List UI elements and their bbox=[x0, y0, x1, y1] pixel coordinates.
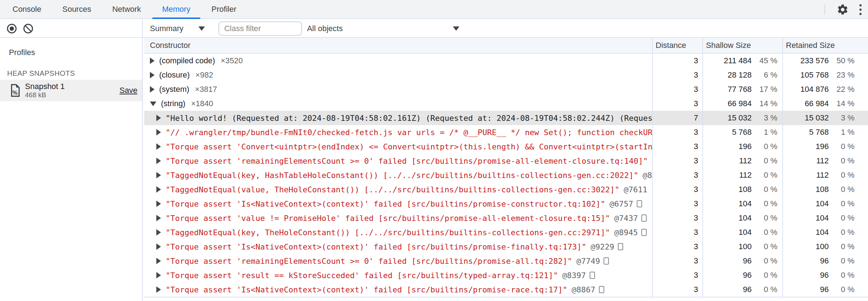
shallow-size-percent: 0 % bbox=[752, 242, 777, 251]
shallow-size-cell: 28 128 6 % bbox=[702, 68, 782, 82]
string-value: "Hello world! (Requested at: 2024-08-19T… bbox=[166, 114, 652, 123]
object-scope-select[interactable]: All objects bbox=[307, 20, 466, 37]
object-id: @7749 bbox=[576, 257, 600, 266]
retained-size-cell: 105 768 23 % bbox=[782, 68, 868, 82]
disclosure-triangle-icon[interactable] bbox=[156, 258, 161, 264]
table-row[interactable]: (system) ×3817 3 77 768 17 % 104 876 22 … bbox=[144, 82, 868, 97]
disclosure-triangle-icon[interactable] bbox=[150, 102, 156, 106]
distance-cell: 3 bbox=[652, 54, 702, 68]
sidebar-item-snapshot-1[interactable]: % Snapshot 1 468 kB Save bbox=[0, 80, 142, 101]
constructor-cell: "Torque assert 'Is<NativeContext>(contex… bbox=[144, 282, 652, 297]
record-heap-snapshot-icon[interactable] bbox=[6, 23, 17, 34]
shallow-size-value: 104 bbox=[703, 199, 752, 208]
string-value: "// .wrangler/tmp/bundle-FmNIt0/checked-… bbox=[166, 128, 652, 137]
table-row[interactable]: (closure) ×982 3 28 128 6 % 105 768 23 % bbox=[144, 68, 868, 82]
retained-size-value: 96 bbox=[783, 285, 829, 294]
class-filter-input[interactable] bbox=[218, 21, 302, 36]
tab-network[interactable]: Network bbox=[102, 0, 151, 18]
tab-profiler[interactable]: Profiler bbox=[202, 0, 246, 18]
shallow-size-cell: 5 768 1 % bbox=[702, 125, 782, 139]
column-header-shallow-size[interactable]: Shallow Size bbox=[702, 38, 782, 53]
constructor-cell: "Torque assert 'Convert<uintptr>(endInde… bbox=[144, 139, 652, 154]
shallow-size-value: 104 bbox=[703, 228, 752, 237]
tab-memory[interactable]: Memory bbox=[152, 0, 200, 18]
instance-count: ×982 bbox=[196, 70, 213, 80]
disclosure-triangle-icon[interactable] bbox=[156, 186, 161, 193]
retained-size-value: 108 bbox=[783, 185, 829, 194]
disclosure-triangle-icon[interactable] bbox=[156, 243, 161, 250]
retained-size-value: 112 bbox=[783, 156, 829, 166]
shallow-size-percent: 3 % bbox=[752, 113, 777, 123]
distance-cell: 3 bbox=[652, 125, 702, 139]
constructor-cell: "TaggedNotEqual(value, TheHoleConstant()… bbox=[144, 182, 652, 197]
retained-size-cell: 104 0 % bbox=[782, 225, 868, 240]
reveal-object-icon[interactable] bbox=[599, 286, 604, 293]
disclosure-triangle-icon[interactable] bbox=[150, 58, 155, 64]
retained-size-cell: 104 0 % bbox=[782, 211, 868, 225]
disclosure-triangle-icon[interactable] bbox=[150, 86, 155, 93]
tab-console[interactable]: Console bbox=[3, 0, 51, 18]
table-row[interactable]: "Hello world! (Requested at: 2024-08-19T… bbox=[144, 111, 868, 125]
retained-size-cell: 233 576 50 % bbox=[782, 54, 868, 68]
table-row[interactable]: "Torque assert 'Is<NativeContext>(contex… bbox=[144, 240, 868, 254]
table-row[interactable]: "TaggedNotEqual(value, TheHoleConstant()… bbox=[144, 182, 868, 197]
table-row[interactable]: (compiled code) ×3520 3 211 484 45 % 233… bbox=[144, 54, 868, 68]
disclosure-triangle-icon[interactable] bbox=[156, 272, 161, 278]
retained-size-value: 104 876 bbox=[783, 85, 829, 94]
object-id: @8397 bbox=[562, 271, 586, 280]
constructor-name: (closure) bbox=[159, 70, 190, 80]
chevron-down-icon bbox=[198, 26, 205, 31]
save-snapshot-link[interactable]: Save bbox=[120, 86, 137, 95]
disclosure-triangle-icon[interactable] bbox=[156, 286, 161, 293]
disclosure-triangle-icon[interactable] bbox=[156, 143, 161, 150]
reveal-object-icon[interactable] bbox=[604, 257, 609, 265]
distance-cell: 3 bbox=[652, 97, 702, 111]
retained-size-percent: 0 % bbox=[829, 228, 854, 237]
table-row[interactable]: "Torque assert 'remainingElementsCount >… bbox=[144, 154, 868, 168]
table-row[interactable]: "// .wrangler/tmp/bundle-FmNIt0/checked-… bbox=[144, 125, 868, 139]
column-header-constructor[interactable]: Constructor bbox=[144, 38, 652, 53]
retained-size-percent: 0 % bbox=[829, 242, 854, 251]
distance-cell: 3 bbox=[652, 168, 702, 182]
column-header-distance[interactable]: Distance bbox=[652, 38, 702, 53]
reveal-object-icon[interactable] bbox=[637, 200, 642, 207]
instance-count: ×3520 bbox=[221, 56, 243, 65]
shallow-size-cell: 196 0 % bbox=[702, 139, 782, 154]
clear-profiles-icon[interactable] bbox=[23, 23, 34, 34]
object-scope-label: All objects bbox=[307, 24, 343, 33]
settings-gear-icon[interactable] bbox=[837, 4, 849, 16]
table-row[interactable]: "TaggedNotEqual(key, HashTableHoleConsta… bbox=[144, 168, 868, 182]
tab-sources[interactable]: Sources bbox=[53, 0, 101, 18]
table-row[interactable]: "Torque assert 'Is<NativeContext>(contex… bbox=[144, 282, 868, 297]
reveal-object-icon[interactable] bbox=[618, 243, 623, 250]
shallow-size-percent: 0 % bbox=[752, 185, 777, 194]
retained-size-cell: 104 0 % bbox=[782, 197, 868, 211]
shallow-size-percent: 45 % bbox=[752, 56, 777, 65]
distance-cell: 3 bbox=[652, 154, 702, 168]
constructor-name: (string) bbox=[161, 99, 185, 108]
table-row[interactable]: "Torque assert 'Is<NativeContext>(contex… bbox=[144, 197, 868, 211]
reveal-object-icon[interactable] bbox=[641, 229, 647, 236]
reveal-object-icon[interactable] bbox=[590, 272, 595, 279]
disclosure-triangle-icon[interactable] bbox=[156, 229, 161, 236]
table-row[interactable]: "Torque assert 'result == kStoreSucceded… bbox=[144, 268, 868, 282]
disclosure-triangle-icon[interactable] bbox=[156, 129, 161, 135]
view-mode-select[interactable]: Summary bbox=[150, 24, 205, 33]
table-row[interactable]: (string) ×1840 3 66 984 14 % 66 984 14 % bbox=[144, 97, 868, 111]
table-row[interactable]: "Torque assert 'value != PromiseHole' fa… bbox=[144, 211, 868, 225]
table-row[interactable]: "Torque assert 'remainingElementsCount >… bbox=[144, 254, 868, 268]
reveal-object-icon[interactable] bbox=[641, 214, 647, 222]
column-header-retained-size[interactable]: Retained Size bbox=[782, 38, 868, 53]
table-row[interactable]: "Torque assert 'Convert<uintptr>(endInde… bbox=[144, 139, 868, 154]
disclosure-triangle-icon[interactable] bbox=[156, 158, 161, 164]
object-id: @9229 bbox=[591, 242, 614, 251]
disclosure-triangle-icon[interactable] bbox=[150, 72, 155, 78]
table-row[interactable]: "TaggedNotEqual(key, TheHoleConstant()) … bbox=[144, 225, 868, 240]
retained-size-value: 196 bbox=[783, 142, 829, 151]
more-options-icon[interactable] bbox=[858, 3, 863, 16]
disclosure-triangle-icon[interactable] bbox=[156, 172, 161, 178]
disclosure-triangle-icon[interactable] bbox=[156, 215, 161, 221]
disclosure-triangle-icon[interactable] bbox=[156, 201, 161, 207]
svg-text:%: % bbox=[12, 89, 18, 96]
disclosure-triangle-icon[interactable] bbox=[156, 115, 161, 121]
